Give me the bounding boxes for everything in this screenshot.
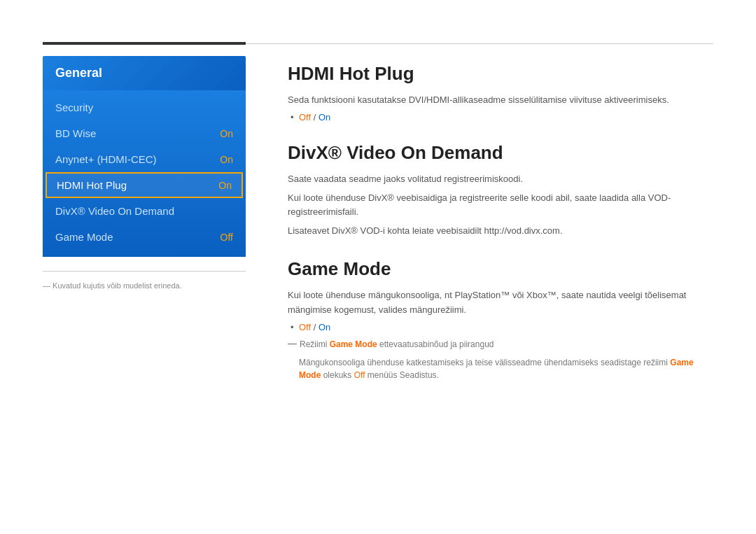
top-bar-line — [246, 43, 713, 44]
game-off-label: Off — [299, 322, 311, 332]
section-text-divx-0: Saate vaadata seadme jaoks volitatud reg… — [288, 172, 713, 187]
sidebar-item-label-divx: DivX® Video On Demand — [55, 205, 174, 217]
game-separator: / — [314, 322, 318, 332]
sidebar-note: — Kuvatud kujutis võib mudelist erineda. — [43, 271, 246, 295]
hdmi-separator: / — [314, 112, 318, 122]
section-text-divx-1: Kui loote ühenduse DivX® veebisaidiga ja… — [288, 191, 713, 220]
game-mode-bullet-item-0: Off / On — [299, 322, 713, 332]
main-layout: General Security BD Wise On Anynet+ (HDM… — [43, 56, 713, 401]
sidebar-item-anynet[interactable]: Anynet+ (HDMI-CEC) On — [43, 146, 246, 172]
game-mode-note-row-2: Mängukonsooliga ühenduse katkestamiseks … — [299, 356, 713, 381]
sidebar-header: General — [43, 56, 246, 90]
sidebar-item-label-bd-wise: BD Wise — [55, 127, 96, 139]
game-mode-bullet-list: Off / On — [299, 322, 713, 332]
sidebar-item-security[interactable]: Security — [43, 94, 246, 120]
sidebar-item-label-hdmi: HDMI Hot Plug — [57, 179, 127, 191]
sidebar: General Security BD Wise On Anynet+ (HDM… — [43, 56, 246, 401]
hdmi-bullet-list: Off / On — [299, 112, 713, 122]
sidebar-item-label-anynet: Anynet+ (HDMI-CEC) — [55, 153, 157, 165]
section-divx: DivX® Video On Demand Saate vaadata sead… — [288, 142, 713, 239]
section-hdmi-hot-plug: HDMI Hot Plug Seda funktsiooni kasutatak… — [288, 63, 713, 122]
sidebar-item-label-game-mode: Game Mode — [55, 231, 113, 243]
sidebar-item-game-mode[interactable]: Game Mode Off — [43, 224, 246, 250]
hdmi-off-label: Off — [299, 112, 311, 122]
game-mode-note-row-1: — Režiimi Game Mode ettevaatusabinõud ja… — [288, 338, 713, 351]
sidebar-item-divx[interactable]: DivX® Video On Demand — [43, 198, 246, 224]
note-dash-1: — — [288, 338, 297, 349]
sidebar-item-value-game-mode: Off — [220, 232, 233, 243]
section-title-divx: DivX® Video On Demand — [288, 142, 713, 164]
sidebar-item-hdmi-hot-plug[interactable]: HDMI Hot Plug On — [46, 172, 243, 198]
content-area: HDMI Hot Plug Seda funktsiooni kasutatak… — [288, 56, 713, 401]
sidebar-item-value-bd-wise: On — [220, 128, 233, 139]
sidebar-item-value-hdmi: On — [218, 180, 232, 191]
sidebar-item-value-anynet: On — [220, 154, 233, 165]
sidebar-header-label: General — [55, 66, 102, 80]
sidebar-note-text: — Kuvatud kujutis võib mudelist erineda. — [43, 281, 246, 290]
section-text-divx-2: Lisateavet DivX® VOD-i kohta leiate veeb… — [288, 224, 713, 239]
hdmi-bullet-item-0: Off / On — [299, 112, 713, 122]
game-on-label: On — [318, 322, 330, 332]
section-game-mode: Game Mode Kui loote ühenduse mängukonsoo… — [288, 258, 713, 381]
sidebar-item-label-security: Security — [55, 101, 93, 113]
hdmi-on-label: On — [318, 112, 330, 122]
sidebar-item-bd-wise[interactable]: BD Wise On — [43, 120, 246, 146]
section-text-hdmi-0: Seda funktsiooni kasutatakse DVI/HDMI-al… — [288, 93, 713, 108]
section-title-game-mode: Game Mode — [288, 258, 713, 280]
note-text-2: Mängukonsooliga ühenduse katkestamiseks … — [299, 356, 713, 381]
top-bar-accent — [43, 42, 246, 45]
section-text-game-0: Kui loote ühenduse mängukonsooliga, nt P… — [288, 288, 713, 318]
sidebar-menu: Security BD Wise On Anynet+ (HDMI-CEC) O… — [43, 90, 246, 257]
note-text-1: Režiimi Game Mode ettevaatusabinõud ja p… — [300, 338, 493, 351]
section-title-hdmi: HDMI Hot Plug — [288, 63, 713, 85]
top-bar — [43, 42, 713, 45]
